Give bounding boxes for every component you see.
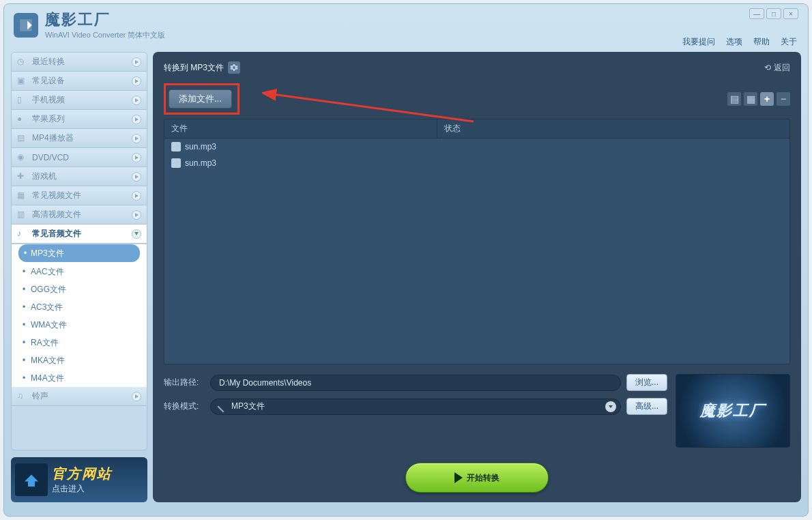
sidebar-cat-audio[interactable]: ♪常见音频文件: [12, 225, 147, 244]
browse-button[interactable]: 浏览...: [626, 374, 667, 391]
sidebar-cat-apple[interactable]: ●苹果系列: [12, 110, 147, 129]
device-icon: ▣: [17, 76, 28, 87]
maximize-button[interactable]: □: [766, 8, 781, 19]
file-icon: [171, 158, 181, 168]
subitem-ra[interactable]: RA文件: [12, 334, 147, 351]
sidebar-cat-mobile[interactable]: ▯手机视频: [12, 91, 147, 110]
window-controls: — □ ×: [749, 8, 798, 19]
grid-view-button[interactable]: ▦: [744, 92, 757, 106]
remove-item-button[interactable]: −: [777, 92, 790, 106]
sidebar-cat-recent[interactable]: ◷最近转换: [12, 53, 147, 72]
banner-title: 官方网站: [52, 465, 112, 483]
add-file-highlight: 添加文件...: [164, 83, 240, 115]
menu-ask[interactable]: 我要提问: [682, 36, 715, 48]
file-table: 文件 状态 sun.mp3 sun.mp3: [164, 119, 790, 364]
chevron-right-icon: [132, 96, 141, 105]
app-subtitle: WinAVI Video Converter 简体中文版: [45, 30, 165, 40]
hd-icon: ▥: [17, 210, 28, 220]
chevron-right-icon: [132, 115, 141, 124]
chevron-right-icon: [132, 172, 141, 182]
sidebar-cat-ringtone[interactable]: ♫铃声: [12, 387, 147, 406]
main-panel: 转换到 MP3文件 ⟲ 返回 添加文件... ▤ ▦ +: [153, 52, 801, 502]
bell-icon: ♫: [17, 391, 28, 402]
return-icon: ⟲: [764, 63, 771, 72]
subitem-wma[interactable]: WMA文件: [12, 316, 147, 334]
page-title: 转换到 MP3文件: [164, 61, 240, 74]
chevron-right-icon: [132, 76, 141, 86]
chevron-right-icon: [132, 134, 141, 143]
logo-icon: [14, 13, 38, 38]
col-status: 状态: [437, 119, 467, 138]
chevron-right-icon: [132, 392, 141, 401]
sidebar-cat-video[interactable]: ▦常见视频文件: [12, 186, 147, 205]
menu-help[interactable]: 帮助: [753, 36, 770, 48]
subitem-m4a[interactable]: M4A文件: [12, 369, 147, 387]
file-icon: [171, 142, 181, 151]
add-item-button[interactable]: +: [760, 92, 774, 106]
convert-mode-label: 转换模式:: [164, 401, 205, 412]
advanced-button[interactable]: 高级...: [626, 398, 667, 415]
clock-icon: ◷: [17, 57, 28, 68]
banner-sub: 点击进入: [52, 483, 112, 495]
output-path-label: 输出路径:: [164, 377, 205, 388]
subitem-mka[interactable]: MKA文件: [12, 351, 147, 369]
preview-thumbnail: 魔影工厂: [676, 374, 790, 448]
apple-icon: ●: [17, 114, 28, 125]
phone-icon: ▯: [17, 95, 28, 106]
table-row[interactable]: sun.mp3: [164, 139, 789, 155]
app-title: 魔影工厂: [45, 10, 165, 30]
subitem-mp3[interactable]: MP3文件: [18, 244, 140, 262]
convert-mode-field[interactable]: MP3文件: [210, 399, 621, 415]
play-icon: [454, 472, 463, 483]
start-convert-button[interactable]: 开始转换: [405, 463, 549, 493]
back-button[interactable]: ⟲ 返回: [764, 62, 790, 74]
table-row[interactable]: sun.mp3: [164, 155, 789, 171]
subitem-ogg[interactable]: OGG文件: [12, 280, 147, 298]
audio-sublist: MP3文件 AAC文件 OGG文件 AC3文件 WMA文件 RA文件 MKA文件…: [12, 244, 147, 387]
sidebar-cat-hd[interactable]: ▥高清视频文件: [12, 205, 147, 225]
list-view-button[interactable]: ▤: [727, 92, 741, 106]
settings-icon[interactable]: [228, 61, 240, 74]
sidebar-cat-mp4[interactable]: ▤MP4播放器: [12, 129, 147, 148]
add-file-button[interactable]: 添加文件...: [169, 89, 232, 109]
subitem-aac[interactable]: AAC文件: [12, 263, 147, 280]
menu-options[interactable]: 选项: [726, 36, 742, 48]
sidebar-cat-devices[interactable]: ▣常见设备: [12, 72, 147, 91]
chevron-right-icon: [132, 57, 141, 67]
gamepad-icon: ✚: [17, 171, 28, 182]
video-icon: ▦: [17, 190, 28, 201]
col-file: 文件: [164, 119, 437, 138]
banner-icon: [15, 463, 48, 496]
chevron-right-icon: [132, 210, 141, 220]
website-banner[interactable]: 官方网站 点击进入: [11, 457, 147, 502]
edit-icon: [218, 401, 229, 412]
disc-icon: ◉: [17, 152, 28, 163]
chevron-right-icon: [132, 153, 141, 162]
music-icon: ♪: [17, 229, 28, 240]
sidebar: ◷最近转换 ▣常见设备 ▯手机视频 ●苹果系列 ▤MP4播放器 ◉DVD/VCD…: [11, 52, 147, 502]
sidebar-cat-game[interactable]: ✚游戏机: [12, 167, 147, 186]
chevron-down-icon: [132, 229, 141, 239]
output-path-field[interactable]: D:\My Documents\Videos: [210, 375, 621, 391]
chevron-right-icon: [132, 191, 141, 201]
sidebar-cat-dvd[interactable]: ◉DVD/VCD: [12, 148, 147, 167]
subitem-ac3[interactable]: AC3文件: [12, 298, 147, 316]
app-menu: 我要提问 选项 帮助 关于: [682, 36, 797, 48]
player-icon: ▤: [17, 133, 28, 144]
minimize-button[interactable]: —: [749, 8, 764, 19]
app-logo: 魔影工厂 WinAVI Video Converter 简体中文版: [14, 10, 165, 40]
title-bar: 魔影工厂 WinAVI Video Converter 简体中文版 — □ × …: [4, 4, 808, 52]
close-button[interactable]: ×: [783, 8, 798, 19]
dropdown-icon[interactable]: [605, 401, 616, 412]
app-window: 魔影工厂 WinAVI Video Converter 简体中文版 — □ × …: [3, 3, 809, 517]
menu-about[interactable]: 关于: [781, 36, 797, 48]
